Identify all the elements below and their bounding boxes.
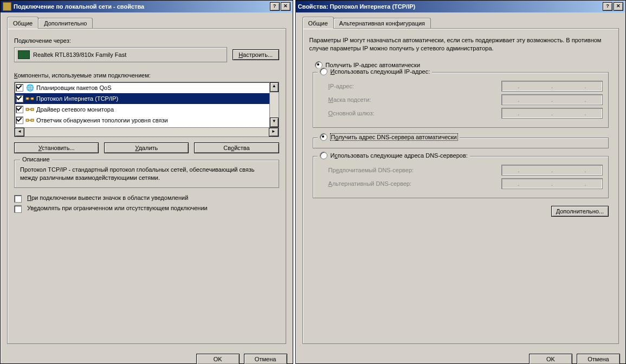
uninstall-button[interactable]: УдалитьУдалить: [104, 142, 189, 153]
dns-pref-input[interactable]: ...: [501, 165, 603, 176]
adapter-name: Realtek RTL8139/810x Family Fast: [33, 51, 126, 58]
checkbox[interactable]: [16, 84, 23, 92]
subnet-mask-label: Маска подсети:Маска подсети:: [328, 96, 501, 103]
install-button[interactable]: Установить...Установить...: [14, 142, 99, 153]
client-area: Общие Дополнительно Подключение через: R…: [1, 12, 293, 349]
v-scrollbar[interactable]: ▲ ▼: [269, 82, 279, 127]
dns-auto-group: Получить адрес DNS-сервера автоматически…: [313, 138, 609, 148]
list-item-label: Планировщик пакетов QoS: [36, 84, 112, 91]
titlebar[interactable]: Подключение по локальной сети - свойства…: [1, 1, 293, 12]
close-button[interactable]: ✕: [614, 2, 623, 11]
scroll-up-icon[interactable]: ▲: [270, 82, 279, 92]
checkbox[interactable]: [14, 195, 22, 203]
service-icon: 🌐: [25, 83, 34, 92]
description-group: Описание Протокол TCP/IP - стандартный п…: [14, 160, 279, 188]
tab-general[interactable]: Общие: [302, 17, 334, 29]
svg-rect-0: [26, 98, 29, 100]
dialog-footer: OK Отмена: [1, 349, 293, 364]
checkbox[interactable]: [16, 95, 23, 102]
subnet-mask-input[interactable]: ...: [501, 94, 603, 105]
scroll-left-icon[interactable]: ◄: [15, 128, 24, 136]
radio-dns-auto[interactable]: Получить адрес DNS-сервера автоматически…: [318, 133, 460, 141]
tab-alt-config[interactable]: Альтернативная конфигурация: [333, 18, 431, 29]
ip-address-input[interactable]: ...: [501, 81, 603, 92]
window-title: Свойства: Протокол Интернета (TCP/IP): [298, 3, 602, 10]
tcpip-properties-window: Свойства: Протокол Интернета (TCP/IP) ? …: [295, 0, 626, 364]
tab-strip: Общие Альтернативная конфигурация: [302, 18, 619, 29]
tab-advanced[interactable]: Дополнительно: [38, 18, 93, 29]
radio-ip-manual[interactable]: Использовать следующий IP-адрес:Использо…: [318, 68, 433, 75]
checkbox[interactable]: [14, 205, 22, 213]
list-item[interactable]: 🌐 Планировщик пакетов QoS: [15, 82, 269, 93]
notify-limited-check[interactable]: Уведомлять при ограниченном или отсутств…: [14, 205, 279, 213]
ip-manual-group: Использовать следующий IP-адрес:Использо…: [313, 72, 609, 128]
description-legend: Описание: [20, 156, 52, 162]
checkbox[interactable]: [16, 116, 23, 124]
radio[interactable]: [320, 152, 327, 159]
list-item[interactable]: Ответчик обнаружения топологии уровня св…: [15, 115, 269, 126]
tab-general[interactable]: Общие: [7, 17, 38, 29]
components-label: Компоненты, используемые этим подключени…: [14, 72, 279, 79]
close-button[interactable]: ✕: [281, 2, 291, 11]
svg-rect-7: [31, 119, 34, 121]
gateway-input[interactable]: ...: [501, 108, 603, 119]
checkbox[interactable]: [16, 106, 23, 113]
network-icon: [25, 105, 34, 114]
h-scrollbar[interactable]: ◄ ►: [15, 127, 279, 136]
titlebar[interactable]: Свойства: Протокол Интернета (TCP/IP) ? …: [296, 1, 625, 12]
list-item[interactable]: Драйвер сетевого монитора: [15, 104, 269, 115]
radio-dns-manual[interactable]: Использовать следующие адреса DNS-сервер…: [318, 152, 470, 159]
svg-rect-4: [31, 108, 34, 110]
network-icon: [25, 94, 34, 103]
gateway-label: Основной шлюз:Основной шлюз:: [328, 110, 501, 116]
adapter-field: Realtek RTL8139/810x Family Fast: [14, 47, 227, 62]
tab-strip: Общие Дополнительно: [7, 18, 286, 29]
network-icon: [25, 116, 34, 125]
dns-alt-input[interactable]: ...: [501, 178, 603, 189]
properties-button[interactable]: СвойстваСвойства: [194, 142, 279, 153]
dns-manual-group: Использовать следующие адреса DNS-сервер…: [313, 156, 609, 198]
list-item[interactable]: Протокол Интернета (TCP/IP): [15, 93, 269, 104]
lan-properties-window: Подключение по локальной сети - свойства…: [0, 0, 293, 364]
dns-alt-label: Альтернативный DNS-сервер:Альтернативный…: [328, 180, 501, 187]
adapter-area: Realtek RTL8139/810x Family Fast ННастро…: [14, 47, 279, 62]
ok-button[interactable]: OK: [196, 354, 240, 364]
info-text: Параметры IP могут назначаться автоматич…: [309, 36, 612, 53]
list-item-label: Драйвер сетевого монитора: [36, 106, 114, 113]
list-item-label: Протокол Интернета (TCP/IP): [36, 95, 118, 102]
help-button[interactable]: ?: [603, 2, 612, 11]
radio[interactable]: [320, 68, 327, 75]
svg-rect-3: [26, 108, 29, 110]
scroll-right-icon[interactable]: ►: [269, 128, 279, 136]
dialog-footer: OK Отмена: [296, 349, 625, 364]
show-icon-check[interactable]: При подключении вывести значок в области…: [14, 194, 279, 203]
advanced-button[interactable]: Дополнительно...Дополнительно...: [551, 206, 609, 217]
dns-pref-label: Предпочитаемый DNS-сервер:Предпочитаемый…: [328, 167, 501, 173]
ok-button[interactable]: OK: [529, 354, 572, 364]
radio[interactable]: [320, 133, 327, 141]
connect-via-label: Подключение через:: [14, 37, 279, 44]
svg-rect-6: [26, 119, 29, 121]
components-list[interactable]: 🌐 Планировщик пакетов QoS Протокол Интер…: [14, 82, 279, 137]
tab-body: Параметры IP могут назначаться автоматич…: [302, 28, 619, 344]
cancel-button[interactable]: Отмена: [577, 354, 620, 364]
nic-icon: [18, 50, 30, 59]
description-text: Протокол TCP/IP - стандартный протокол г…: [20, 166, 273, 182]
scroll-down-icon[interactable]: ▼: [270, 118, 279, 127]
tab-body: Подключение через: Realtek RTL8139/810x …: [7, 28, 286, 344]
ip-address-label: IP-адрес:IP-адрес:: [328, 83, 501, 89]
configure-button[interactable]: ННастроить...астроить...: [233, 49, 279, 60]
svg-rect-1: [31, 98, 34, 100]
window-icon: [3, 2, 11, 11]
window-title: Подключение по локальной сети - свойства: [14, 3, 269, 10]
help-button[interactable]: ?: [270, 2, 280, 11]
list-item-label: Ответчик обнаружения топологии уровня св…: [36, 117, 168, 123]
cancel-button[interactable]: Отмена: [244, 354, 287, 364]
client-area: Общие Альтернативная конфигурация Параме…: [296, 12, 625, 349]
